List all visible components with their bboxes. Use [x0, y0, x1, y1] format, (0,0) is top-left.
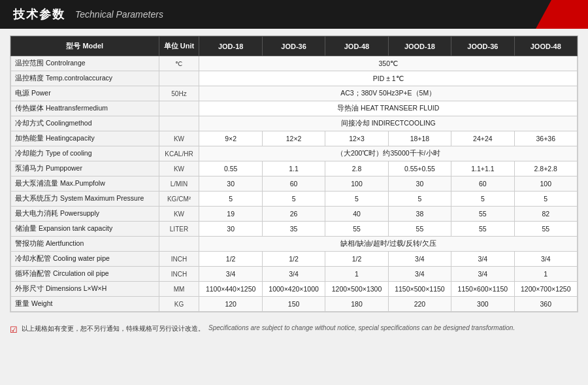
cell-value-jod36: 60 [262, 176, 325, 192]
table-row: 泵浦马力 PumppowerKW0.551.12.80.55+0.551.1+1… [11, 161, 578, 176]
cell-span: 导热油 HEAT TRANSEER FLUID [199, 101, 578, 116]
cell-value-jood36: 5 [451, 192, 514, 207]
cell-unit: L/MIN [159, 176, 199, 192]
cell-value-jood18: 5 [388, 192, 451, 207]
cell-unit: KW [159, 161, 199, 176]
cell-unit: KG/CM² [159, 192, 199, 207]
cell-span: 间接冷却 INDIRECTCOOLING [199, 116, 578, 131]
cell-span: 350℃ [199, 56, 578, 71]
cell-value-jod18: 0.55 [199, 161, 262, 176]
cell-param: 外形尺寸 Dimensions L×W×H [11, 282, 159, 297]
cell-value-jood36: 60 [451, 176, 514, 192]
cell-value-jood48: 360 [514, 297, 577, 312]
cell-unit: MM [159, 282, 199, 297]
cell-value-jod48: 12×3 [325, 131, 388, 146]
col-header-jood36: JOOD-36 [451, 37, 514, 56]
cell-value-jod36: 1000×420×1000 [262, 282, 325, 297]
cell-param: 最大泵浦流量 Max.Pumpfolw [11, 176, 159, 192]
col-header-model: 型号 Model [11, 37, 159, 56]
cell-unit [159, 116, 199, 131]
cell-value-jood18: 220 [388, 297, 451, 312]
table-row: 传热媒体 Heattransfermedium导热油 HEAT TRANSEER… [11, 101, 578, 116]
footer-note: ☑ 以上规格如有变更，恕不另行通知，特殊规格可另行设计改造。 Specifica… [0, 319, 588, 340]
table-row: 重量 WeightKG120150180220300360 [11, 297, 578, 312]
cell-value-jod18: 5 [199, 192, 262, 207]
cell-value-jod36: 26 [262, 207, 325, 222]
cell-value-jod48: 1200×500×1300 [325, 282, 388, 297]
cell-span: 缺相/缺油/超时/过载/反转/欠压 [199, 237, 578, 252]
cell-param: 电源 Power [11, 86, 159, 101]
table-row: 最大系统压力 System Maximum PressureKG/CM²5555… [11, 192, 578, 207]
cell-unit: KCAL/HR [159, 146, 199, 161]
header-title-cn: 技术参数 [13, 7, 65, 22]
cell-value-jod48: 180 [325, 297, 388, 312]
cell-unit: KW [159, 131, 199, 146]
cell-value-jood18: 0.55+0.55 [388, 161, 451, 176]
header-decoration [536, 0, 588, 29]
cell-value-jood48: 1200×700×1250 [514, 282, 577, 297]
cell-param: 循环油配管 Circulation oil pipe [11, 267, 159, 282]
table-row: 温控范围 Controlrange℃350℃ [11, 56, 578, 71]
table-row: 循环油配管 Circulation oil pipeINCH3/43/413/4… [11, 267, 578, 282]
cell-unit: KG [159, 297, 199, 312]
col-header-jod36: JOD-36 [262, 37, 325, 56]
col-header-unit: 单位 Unit [159, 37, 199, 56]
cell-param: 冷却方式 Coolingmethod [11, 116, 159, 131]
cell-param: 重量 Weight [11, 297, 159, 312]
params-table: 型号 Model 单位 Unit JOD-18 JOD-36 JOD-48 JO… [10, 36, 578, 312]
cell-param: 冷却水配管 Cooling water pipe [11, 252, 159, 267]
cell-value-jod36: 150 [262, 297, 325, 312]
col-header-jod48: JOD-48 [325, 37, 388, 56]
footer-text-en: Specifications are subject to change wit… [208, 324, 515, 331]
footer-icon: ☑ [10, 325, 18, 335]
cell-param: 加热能量 Heatingcapacity [11, 131, 159, 146]
cell-unit: INCH [159, 267, 199, 282]
table-row: 最大电力消耗 PowersupplyKW192640385582 [11, 207, 578, 222]
cell-value-jood18: 3/4 [388, 252, 451, 267]
cell-value-jood36: 3/4 [451, 252, 514, 267]
cell-value-jod48: 100 [325, 176, 388, 192]
cell-value-jood48: 55 [514, 222, 577, 237]
table-row: 温控精度 Temp.controlaccuracyPID ± 1℃ [11, 71, 578, 86]
page-header: 技术参数 Technical Parameters [0, 0, 588, 29]
table-row: 最大泵浦流量 Max.PumpfolwL/MIN30601003060100 [11, 176, 578, 192]
cell-value-jood18: 1150×500×1150 [388, 282, 451, 297]
cell-value-jood48: 5 [514, 192, 577, 207]
table-header-row: 型号 Model 单位 Unit JOD-18 JOD-36 JOD-48 JO… [11, 37, 578, 56]
cell-value-jod18: 9×2 [199, 131, 262, 146]
cell-value-jod18: 19 [199, 207, 262, 222]
cell-unit: ℃ [159, 56, 199, 71]
cell-param: 储油量 Expansion tank capacity [11, 222, 159, 237]
cell-value-jod18: 1100×440×1250 [199, 282, 262, 297]
cell-value-jod36: 12×2 [262, 131, 325, 146]
cell-value-jod18: 1/2 [199, 252, 262, 267]
cell-unit: 50Hz [159, 86, 199, 101]
cell-value-jod36: 1/2 [262, 252, 325, 267]
cell-value-jood36: 3/4 [451, 267, 514, 282]
footer-text-cn: 以上规格如有变更，恕不另行通知，特殊规格可另行设计改造。 [22, 324, 204, 333]
col-header-jod18: JOD-18 [199, 37, 262, 56]
cell-param: 泵浦马力 Pumppower [11, 161, 159, 176]
cell-value-jod36: 3/4 [262, 267, 325, 282]
cell-value-jod48: 55 [325, 222, 388, 237]
cell-param: 传热媒体 Heattransfermedium [11, 101, 159, 116]
cell-value-jood36: 1.1+1.1 [451, 161, 514, 176]
cell-param: 温控精度 Temp.controlaccuracy [11, 71, 159, 86]
table-row: 冷却水配管 Cooling water pipeINCH1/21/21/23/4… [11, 252, 578, 267]
cell-span: （大200℃时）约35000千卡/小时 [199, 146, 578, 161]
cell-value-jod36: 35 [262, 222, 325, 237]
cell-param: 温控范围 Controlrange [11, 56, 159, 71]
table-row: 储油量 Expansion tank capacityLITER30355555… [11, 222, 578, 237]
cell-value-jood18: 3/4 [388, 267, 451, 282]
header-title-en: Technical Parameters [75, 9, 163, 20]
cell-value-jood36: 300 [451, 297, 514, 312]
cell-value-jood48: 82 [514, 207, 577, 222]
cell-value-jood36: 24+24 [451, 131, 514, 146]
cell-value-jood18: 18+18 [388, 131, 451, 146]
cell-unit: LITER [159, 222, 199, 237]
cell-value-jood48: 36+36 [514, 131, 577, 146]
cell-span: AC3；380V 50Hz3P+E（5M） [199, 86, 578, 101]
cell-unit [159, 101, 199, 116]
cell-param: 最大电力消耗 Powersupply [11, 207, 159, 222]
cell-value-jod36: 1.1 [262, 161, 325, 176]
